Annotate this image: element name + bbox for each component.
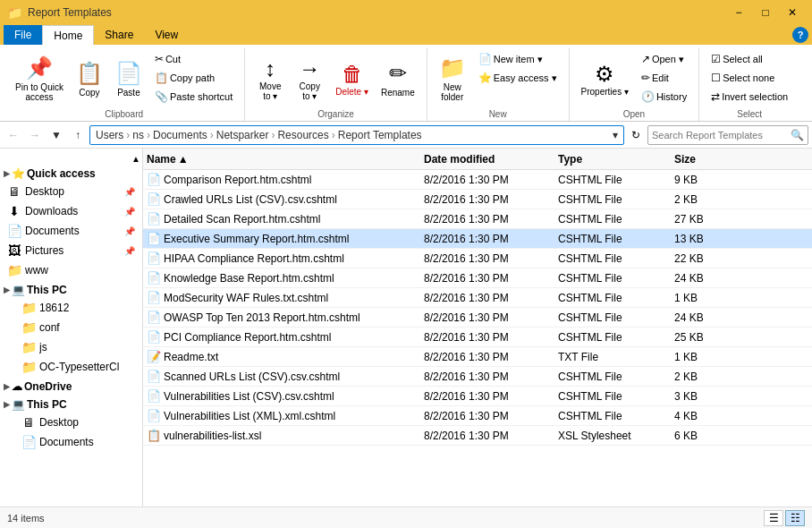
open-button[interactable]: ↗ Open ▾ — [637, 50, 691, 68]
rename-button[interactable]: ✏ Rename — [376, 50, 419, 107]
paste-shortcut-button[interactable]: 📎 Paste shortcut — [150, 88, 237, 106]
easy-access-button[interactable]: ⭐ Easy access ▾ — [474, 69, 562, 87]
copy-button[interactable]: 📋 Copy — [72, 50, 107, 107]
file-name-cell: 📄ModSecurity WAF Rules.txt.cshtml — [143, 291, 420, 304]
address-path[interactable]: Users › ns › Documents › Netsparker › Re… — [89, 125, 624, 145]
ribbon-group-select: ☑ Select all ☐ Select none ⇄ Invert sele… — [699, 48, 799, 121]
sidebar-item-documents[interactable]: 📄 Documents 📌 — [0, 221, 142, 241]
file-type-cell: CSHTML File — [554, 370, 671, 383]
tab-share[interactable]: Share — [94, 25, 144, 45]
tab-file[interactable]: File — [4, 25, 42, 45]
minimize-button[interactable]: − — [726, 4, 751, 21]
onedrive-header[interactable]: ▶ ☁ OneDrive — [0, 379, 142, 395]
window-icon: 📁 — [7, 5, 22, 20]
forward-button[interactable]: → — [25, 125, 45, 145]
file-date-cell: 8/2/2016 1:30 PM — [420, 193, 554, 206]
table-row[interactable]: 📄Executive Summary Report.htm.cshtml 8/2… — [143, 229, 812, 249]
header-type[interactable]: Type — [554, 153, 671, 166]
invert-selection-button[interactable]: ⇄ Invert selection — [706, 88, 792, 106]
edit-button[interactable]: ✏ Edit — [637, 69, 691, 87]
table-row[interactable]: 📄Vulnerabilities List (XML).xml.cshtml 8… — [143, 406, 812, 426]
file-icon: 📄 — [147, 271, 161, 285]
recent-locations-button[interactable]: ▼ — [47, 125, 66, 145]
pin-to-quick-access-button[interactable]: 📌 Pin to Quickaccess — [11, 50, 68, 107]
items-count: 14 items — [7, 513, 45, 524]
help-button[interactable]: ? — [792, 27, 808, 43]
select-none-button[interactable]: ☐ Select none — [706, 69, 792, 87]
table-row[interactable]: 📄PCI Compliance Report.htm.cshtml 8/2/20… — [143, 328, 812, 347]
file-date-cell: 8/2/2016 1:30 PM — [420, 174, 554, 186]
table-row[interactable]: 📄Vulnerabilities List (CSV).csv.cshtml 8… — [143, 387, 812, 406]
table-row[interactable]: 📄HIPAA Compliance Report.htm.cshtml 8/2/… — [143, 249, 812, 268]
select-all-button[interactable]: ☑ Select all — [706, 50, 792, 68]
table-row[interactable]: 📄OWASP Top Ten 2013 Report.htm.cshtml 8/… — [143, 308, 812, 328]
invert-icon: ⇄ — [711, 90, 720, 103]
sidebar-collapse-button[interactable]: ▲ — [131, 154, 140, 164]
file-icon: 📄 — [147, 389, 161, 403]
table-row[interactable]: 📄Crawled URLs List (CSV).csv.cshtml 8/2/… — [143, 190, 812, 209]
view-buttons: ☰ ☷ — [764, 510, 805, 526]
paste-button[interactable]: 📄 Paste — [111, 50, 147, 107]
sidebar-item-pictures[interactable]: 🖼 Pictures 📌 — [0, 241, 142, 260]
maximize-button[interactable]: □ — [753, 4, 778, 21]
this-pc-header[interactable]: ▶ 💻 This PC — [0, 282, 142, 298]
details-view-button[interactable]: ☰ — [764, 510, 783, 526]
invert-label: Invert selection — [722, 91, 788, 102]
file-icon: 📋 — [147, 429, 161, 442]
table-row[interactable]: 📄Detailed Scan Report.htm.cshtml 8/2/201… — [143, 209, 812, 229]
path-dropdown-icon[interactable]: ▾ — [613, 129, 618, 141]
refresh-button[interactable]: ↻ — [626, 125, 646, 145]
path-users: Users — [96, 129, 123, 141]
file-type-cell: CSHTML File — [554, 331, 671, 344]
table-row[interactable]: 📋vulnerabilities-list.xsl 8/2/2016 1:30 … — [143, 426, 812, 446]
up-button[interactable]: ↑ — [68, 125, 88, 145]
cut-button[interactable]: ✂ Cut — [150, 50, 237, 68]
list-view-button[interactable]: ☷ — [785, 510, 805, 526]
table-row[interactable]: 📄Scanned URLs List (CSV).csv.cshtml 8/2/… — [143, 367, 812, 387]
copy-to-button[interactable]: → Copyto ▾ — [292, 50, 327, 107]
table-row[interactable]: 📄Knowledge Base Report.htm.cshtml 8/2/20… — [143, 268, 812, 288]
sidebar-item-documents-2[interactable]: 📄 Documents — [0, 432, 142, 452]
cut-label: Cut — [165, 54, 181, 64]
sidebar-item-js[interactable]: 📁 js — [0, 337, 142, 357]
sidebar-item-downloads[interactable]: ⬇ Downloads 📌 — [0, 201, 142, 221]
delete-button[interactable]: 🗑 Delete ▾ — [331, 50, 373, 107]
file-type-cell: CSHTML File — [554, 410, 671, 422]
close-button[interactable]: ✕ — [780, 4, 805, 21]
quick-access-header[interactable]: ▶ ⭐ Quick access — [0, 166, 142, 182]
copy-path-button[interactable]: 📋 Copy path — [150, 69, 237, 87]
new-folder-button[interactable]: 📁 Newfolder — [435, 50, 470, 107]
table-row[interactable]: 📄Comparison Report.htm.cshtml 8/2/2016 1… — [143, 170, 812, 190]
back-button[interactable]: ← — [4, 125, 23, 145]
search-input[interactable] — [652, 130, 791, 141]
move-to-button[interactable]: ↕ Moveto ▾ — [252, 50, 288, 107]
sidebar-item-desktop-2[interactable]: 🖥 Desktop — [0, 413, 142, 432]
file-icon: 📄 — [147, 291, 161, 304]
file-name-cell: 📄Vulnerabilities List (XML).xml.cshtml — [143, 409, 420, 422]
ribbon: 📌 Pin to Quickaccess 📋 Copy 📄 Paste ✂ Cu… — [0, 45, 812, 122]
file-name-cell: 📄Comparison Report.htm.cshtml — [143, 173, 420, 186]
new-item-button[interactable]: 📄 New item ▾ — [474, 50, 562, 68]
header-name[interactable]: Name ▲ — [143, 153, 420, 166]
sidebar-item-oc[interactable]: 📁 OC-TypesetterCl — [0, 357, 142, 377]
file-name-cell: 📝Readme.txt — [143, 350, 420, 363]
properties-label: Properties ▾ — [581, 87, 629, 97]
table-row[interactable]: 📄ModSecurity WAF Rules.txt.cshtml 8/2/20… — [143, 288, 812, 308]
properties-button[interactable]: ⚙ Properties ▾ — [577, 50, 633, 107]
sidebar-item-18612[interactable]: 📁 18612 — [0, 298, 142, 318]
sidebar-item-conf[interactable]: 📁 conf — [0, 318, 142, 337]
sidebar-item-desktop[interactable]: 🖥 Desktop 📌 — [0, 182, 142, 201]
address-bar: ← → ▼ ↑ Users › ns › Documents › Netspar… — [0, 122, 812, 149]
tab-home[interactable]: Home — [42, 25, 94, 45]
file-icon: 📄 — [147, 232, 161, 245]
file-name-cell: 📄Executive Summary Report.htm.cshtml — [143, 232, 420, 245]
file-icon: 📄 — [147, 311, 161, 324]
history-button[interactable]: 🕐 History — [637, 88, 691, 106]
sidebar-item-www[interactable]: 📁 www — [0, 260, 142, 280]
quick-access-collapse-icon: ▶ — [4, 169, 10, 178]
header-size[interactable]: Size — [671, 153, 742, 166]
header-date-modified[interactable]: Date modified — [420, 153, 554, 166]
table-row[interactable]: 📝Readme.txt 8/2/2016 1:30 PM TXT File 1 … — [143, 347, 812, 367]
tab-view[interactable]: View — [144, 25, 189, 45]
this-pc-2-header[interactable]: ▶ 💻 This PC — [0, 396, 142, 413]
